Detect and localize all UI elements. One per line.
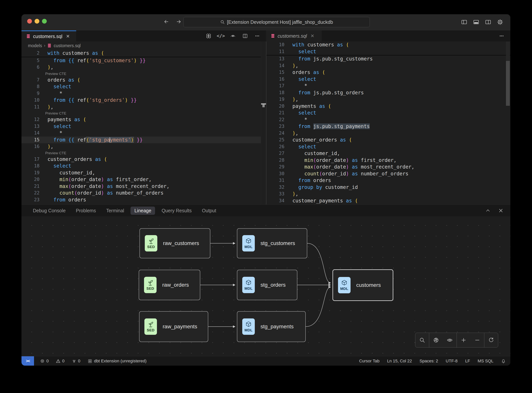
panel-tab-output[interactable]: Output	[198, 206, 220, 215]
refresh-icon[interactable]	[484, 333, 498, 347]
code-line-15[interactable]: 15orders as (	[266, 69, 510, 76]
overview-ruler[interactable]	[261, 41, 266, 205]
panel-tab-lineage[interactable]: Lineage	[130, 206, 155, 215]
code-line-11[interactable]: 11),	[21, 104, 261, 111]
remote-indicator[interactable]: ><	[21, 356, 34, 366]
code-line-17[interactable]: 17customer_orders as (	[21, 156, 261, 163]
code-line-21[interactable]: 21 max(order_date) as most_recent_order,	[21, 183, 261, 190]
more-icon[interactable]	[254, 32, 261, 40]
lineage-node-raw_customers[interactable]: SEDraw_customers	[139, 228, 210, 258]
code-line-14[interactable]: 14 *	[21, 130, 261, 137]
codelens-preview-cte[interactable]: Preview CTE	[21, 71, 261, 77]
code-line-33[interactable]: 33),	[266, 191, 510, 197]
preview-eye-icon[interactable]	[229, 32, 237, 40]
code-line-8[interactable]: 8 select	[21, 83, 261, 90]
status-spaces-2[interactable]: Spaces: 2	[420, 359, 438, 364]
code-line-16[interactable]: 16),	[21, 143, 261, 150]
code-line-27[interactable]: 27 customer_id,	[266, 150, 510, 157]
lineage-node-stg_customers[interactable]: MDLstg_customers	[237, 228, 307, 258]
code-line-6[interactable]: 6),	[21, 64, 261, 71]
status-ms-sql[interactable]: MS SQL	[478, 359, 494, 364]
search-icon[interactable]	[415, 333, 429, 347]
code-line-10[interactable]: 10with customers as (	[266, 41, 510, 48]
zoom-out-icon[interactable]	[470, 333, 484, 347]
lineage-node-raw_orders[interactable]: SEDraw_orders	[139, 270, 200, 300]
code-line-22[interactable]: 22 count(order_id) as number_of_orders	[21, 190, 261, 196]
back-icon[interactable]	[163, 18, 170, 26]
code-line-29[interactable]: 29 max(order_date) as most_recent_order,	[266, 164, 510, 170]
lineage-canvas[interactable]: SEDraw_customersMDLstg_customersSEDraw_o…	[21, 216, 510, 356]
panel-tab-problems[interactable]: Problems	[72, 206, 100, 215]
layout-sidebar-right-icon[interactable]	[484, 18, 492, 26]
breadcrumb-file[interactable]: customers.sql	[53, 43, 81, 48]
code-line-26[interactable]: 26 select	[266, 143, 510, 150]
code-line-18[interactable]: 18 select	[21, 163, 261, 169]
status-lf[interactable]: LF	[465, 359, 470, 364]
breadcrumb-folder[interactable]: models	[28, 43, 42, 48]
settings-gear-icon[interactable]	[496, 18, 504, 26]
close-tab-icon[interactable]: ✕	[311, 33, 314, 39]
code-line-34[interactable]: 34customer_payments as (	[266, 197, 510, 204]
tab-customers-sql-compiled[interactable]: customers.sql ✕	[266, 30, 322, 41]
code-line-20[interactable]: 20payments as (	[266, 103, 510, 110]
layout-panel-icon[interactable]	[472, 18, 480, 26]
code-line-32[interactable]: 32 group by customer_id	[266, 184, 510, 191]
source-editor-pane[interactable]: models › customers.sql 2with customers a…	[21, 41, 261, 205]
status-error[interactable]: 0	[40, 359, 49, 364]
codelens-preview-cte[interactable]: Preview CTE	[21, 150, 261, 156]
bell-icon[interactable]	[501, 359, 506, 364]
code-line-19[interactable]: 19),	[266, 96, 510, 103]
code-line-20[interactable]: 20 min(order_date) as first_order,	[21, 176, 261, 183]
code-line-25[interactable]: 25customer_orders as (	[266, 137, 510, 143]
code-icon[interactable]: </>	[217, 32, 225, 40]
scrollbar-thumb[interactable]	[506, 61, 510, 106]
status-cursor-tab[interactable]: Cursor Tab	[359, 359, 379, 364]
code-line-5[interactable]: 5 from {{ ref('stg_customers') }}	[21, 57, 261, 64]
code-line-2[interactable]: 2with customers as (	[21, 50, 261, 57]
split-editor-icon[interactable]	[241, 32, 249, 40]
panel-tab-debug-console[interactable]: Debug Console	[29, 206, 69, 215]
code-line-9[interactable]: 9 *	[21, 90, 261, 97]
codelens-preview-cte[interactable]: Preview CTE	[21, 110, 261, 116]
status-ln-15-col-22[interactable]: Ln 15, Col 22	[387, 359, 412, 364]
close-tab-icon[interactable]: ✕	[66, 34, 70, 39]
lineage-node-raw_payments[interactable]: SEDraw_payments	[139, 311, 208, 342]
code-line-23[interactable]: 23 from js.pub.stg_payments	[266, 123, 510, 130]
close-panel-icon[interactable]	[497, 206, 505, 215]
chevron-up-icon[interactable]	[484, 206, 492, 215]
lineage-node-stg_orders[interactable]: MDLstg_orders	[237, 270, 297, 300]
scrollbar-track[interactable]	[506, 41, 510, 61]
code-line-16[interactable]: 16 select	[266, 76, 510, 83]
code-line-13[interactable]: 13 select	[21, 123, 261, 130]
status-ports[interactable]: 0	[72, 359, 80, 364]
code-line-14[interactable]: 14),	[266, 62, 510, 69]
tab-customers-sql[interactable]: customers.sql ✕	[21, 30, 76, 41]
panel-tab-terminal[interactable]: Terminal	[102, 206, 128, 215]
forward-icon[interactable]	[175, 18, 182, 26]
code-line-30[interactable]: 30 count(order_id) as number_of_orders	[266, 170, 510, 177]
panel-tab-query-results[interactable]: Query Results	[158, 206, 195, 215]
zoom-in-icon[interactable]	[457, 333, 470, 347]
code-line-22[interactable]: 22 *	[266, 116, 510, 123]
aperture-icon[interactable]	[429, 333, 443, 347]
code-line-11[interactable]: 11 select	[266, 48, 510, 56]
code-line-7[interactable]: 7orders as (	[21, 77, 261, 84]
code-line-10[interactable]: 10 from {{ ref('stg_orders') }}	[21, 97, 261, 104]
zoom-window-button[interactable]	[42, 19, 47, 24]
minimize-window-button[interactable]	[35, 19, 39, 24]
command-center-search[interactable]: [Extension Development Host] jaffle_shop…	[183, 17, 370, 27]
code-line-19[interactable]: 19 customer_id,	[21, 169, 261, 176]
status-utf-8[interactable]: UTF-8	[446, 359, 458, 364]
code-line-23[interactable]: 23 from orders	[21, 196, 261, 203]
code-line-18[interactable]: 18 from js.pub.stg_orders	[266, 89, 510, 96]
code-line-13[interactable]: 13 from js.pub.stg_customers	[266, 55, 510, 62]
lineage-node-customers[interactable]: MDLcustomers	[332, 269, 393, 301]
status-warning[interactable]: 0	[56, 359, 64, 364]
status-dbt[interactable]: dbt Extension (unregistered)	[88, 359, 147, 364]
code-line-17[interactable]: 17 *	[266, 83, 510, 89]
breadcrumb[interactable]: models › customers.sql	[21, 41, 261, 50]
more-icon[interactable]	[498, 32, 505, 40]
dbt-icon[interactable]	[205, 32, 212, 40]
code-line-24[interactable]: 24),	[266, 130, 510, 137]
code-line-31[interactable]: 31 from orders	[266, 177, 510, 184]
